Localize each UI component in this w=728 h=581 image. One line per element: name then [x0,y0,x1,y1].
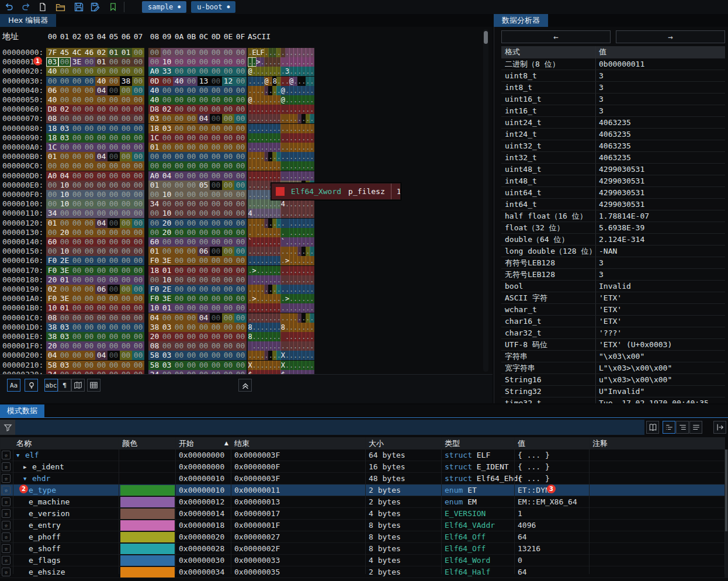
hex-byte-cell[interactable]: 00 [132,57,144,67]
hex-byte-cell[interactable]: 00 [132,190,144,199]
pattern-name[interactable]: ehdr [32,473,50,485]
hex-byte-cell[interactable]: 00 [197,86,210,95]
hex-byte-cell[interactable]: 00 [222,247,234,256]
hex-byte-cell[interactable]: 00 [132,77,144,86]
hex-byte-cell[interactable]: 02 [161,105,173,114]
hex-byte-cell[interactable]: 00 [222,361,234,370]
hex-byte-cell[interactable]: 00 [95,209,108,218]
pattern-name[interactable]: e_entry [29,520,61,531]
hex-byte-cell[interactable]: 00 [222,67,234,76]
hex-byte-cell[interactable]: 00 [197,228,210,237]
hex-byte-cell[interactable]: 00 [132,67,144,76]
hex-byte-cell[interactable]: 00 [185,133,197,143]
hex-byte-cell[interactable]: 00 [108,341,120,351]
hex-byte-cell[interactable]: 00 [108,294,120,303]
hex-byte-cell[interactable]: 00 [173,341,185,351]
hex-byte-cell[interactable]: 00 [210,199,222,209]
hex-byte-cell[interactable]: 00 [108,303,120,313]
inspector-value[interactable]: 4299030531 [599,164,644,175]
hex-byte-cell[interactable]: 00 [234,57,247,67]
hex-byte-cell[interactable]: 00 [95,105,108,114]
hex-byte-cell[interactable]: 00 [173,48,185,57]
hex-byte-cell[interactable]: 00 [197,285,210,294]
hex-byte-cell[interactable]: 00 [132,256,144,265]
pattern-data-tab[interactable]: 模式数据 [0,404,44,417]
hex-byte-cell[interactable]: 00 [197,370,210,374]
hex-byte-cell[interactable]: 00 [108,133,120,143]
hex-byte-cell[interactable]: 03 [161,124,173,133]
hex-byte-cell[interactable]: 04 [95,152,108,161]
hex-byte-cell[interactable]: 00 [210,161,222,171]
hex-byte-cell[interactable]: 01 [161,303,173,313]
hex-byte-cell[interactable]: 00 [120,247,132,256]
case-button[interactable]: Aa [7,379,20,392]
hex-byte-cell[interactable]: 00 [71,303,83,313]
hex-byte-cell[interactable]: 00 [71,370,83,374]
hex-byte-cell[interactable]: 00 [108,313,120,323]
hex-byte-cell[interactable]: 00 [108,228,120,237]
hex-byte-cell[interactable]: 00 [120,370,132,374]
hex-byte-cell[interactable]: 60 [46,237,58,247]
hex-byte-cell[interactable]: 10 [46,303,58,313]
ascii-char-cell[interactable]: . [310,332,314,341]
hex-byte-cell[interactable]: 00 [222,181,234,190]
inspector-value[interactable]: 0b00000011 [599,58,644,70]
hex-byte-cell[interactable]: 00 [210,247,222,256]
pattern-column-header[interactable]: 名称 [16,437,32,449]
hex-byte-cell[interactable]: 00 [108,285,120,294]
hex-byte-cell[interactable]: 00 [108,181,120,190]
hex-byte-cell[interactable]: 00 [222,86,234,95]
ascii-char-cell[interactable]: . [310,77,314,86]
highlight-bulb-button[interactable] [25,379,38,392]
redo-icon[interactable] [19,1,32,13]
ascii-char-cell[interactable]: . [310,237,314,247]
hex-byte-cell[interactable]: 00 [120,86,132,95]
hex-byte-cell[interactable]: 00 [108,332,120,341]
hex-byte-cell[interactable]: 00 [108,77,120,86]
data-inspector-tab[interactable]: 数据分析器 [494,14,548,27]
hex-byte-cell[interactable]: 00 [210,275,222,285]
hex-byte-cell[interactable]: 00 [58,161,71,171]
hex-byte-cell[interactable]: 00 [234,190,247,199]
hex-byte-cell[interactable]: 00 [173,247,185,256]
hex-byte-cell[interactable]: 00 [197,351,210,360]
hex-byte-cell[interactable]: 04 [161,171,173,181]
hex-byte-cell[interactable]: 00 [222,105,234,114]
tab-sample[interactable]: sample ● [142,1,186,13]
inspector-next-button[interactable]: → [616,30,725,43]
hex-byte-cell[interactable]: 00 [83,303,95,313]
hex-byte-cell[interactable]: 00 [132,303,144,313]
hex-byte-cell[interactable]: 00 [161,199,173,209]
ascii-char-cell[interactable]: . [310,351,314,360]
hex-byte-cell[interactable]: 00 [58,114,71,123]
hex-byte-cell[interactable]: 00 [95,67,108,76]
hex-byte-cell[interactable]: 04 [197,114,210,123]
hex-byte-cell[interactable]: 00 [132,48,144,57]
hex-byte-cell[interactable]: 00 [234,152,247,161]
hex-byte-cell[interactable]: 00 [197,105,210,114]
hex-byte-cell[interactable]: 00 [132,161,144,171]
pattern-color-swatch[interactable] [120,567,175,577]
hex-byte-cell[interactable]: 01 [95,57,108,67]
hex-byte-cell[interactable]: 00 [185,256,197,265]
hex-byte-cell[interactable]: 00 [71,171,83,181]
hex-byte-cell[interactable]: 00 [161,370,173,374]
inspector-value[interactable]: u"\x03>\x00\x00" [599,374,672,386]
hex-byte-cell[interactable]: 00 [95,95,108,105]
hex-byte-cell[interactable]: 00 [132,332,144,341]
pattern-name[interactable]: e_machine [29,496,70,508]
hex-byte-cell[interactable]: 04 [148,313,161,323]
hex-byte-cell[interactable]: 00 [120,351,132,360]
hex-byte-cell[interactable]: 00 [210,133,222,143]
hex-byte-cell[interactable]: 00 [222,237,234,247]
favorite-star-icon[interactable]: ☆ [2,486,11,494]
hex-byte-cell[interactable]: 00 [95,275,108,285]
hex-byte-cell[interactable]: 34 [46,209,58,218]
hex-byte-cell[interactable]: 00 [108,209,120,218]
hex-byte-cell[interactable]: 00 [132,133,144,143]
hex-byte-cell[interactable]: 00 [83,361,95,370]
hex-byte-cell[interactable]: 00 [148,190,161,199]
hex-byte-cell[interactable]: 00 [108,114,120,123]
hex-byte-cell[interactable]: 08 [46,313,58,323]
hex-byte-cell[interactable]: 01 [120,48,132,57]
